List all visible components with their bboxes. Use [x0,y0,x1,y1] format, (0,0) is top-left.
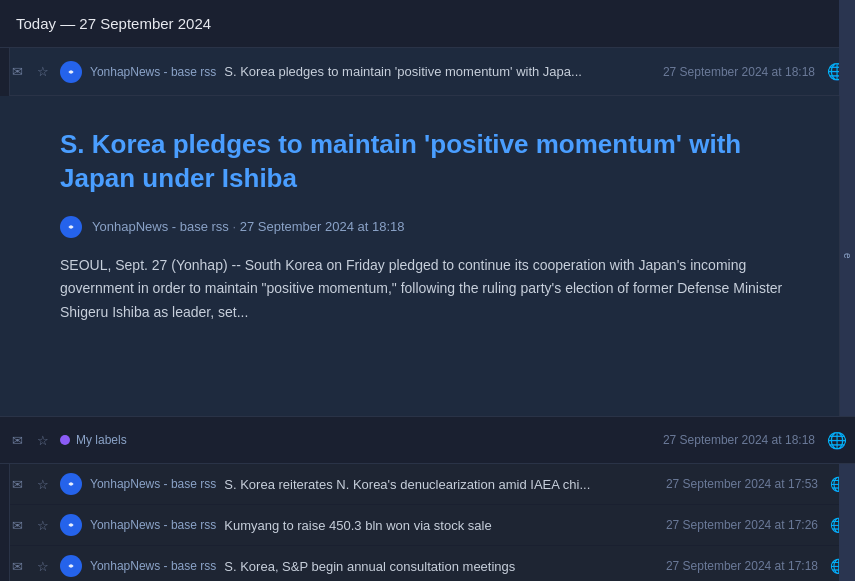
row1-source-icon [60,473,82,495]
article-footer: ✉ ☆ My labels 27 September 2024 at 18:18… [0,416,855,464]
footer-timestamp: 27 September 2024 at 18:18 [663,433,815,447]
top-article-title[interactable]: S. Korea pledges to maintain 'positive m… [224,64,655,79]
header-bar: Today — 27 September 2024 [0,0,855,48]
article-body: SEOUL, Sept. 27 (Yonhap) -- South Korea … [60,254,815,325]
table-row[interactable]: ✉ ☆ YonhapNews - base rss S. Korea reite… [0,464,855,505]
row2-star-icon[interactable]: ☆ [34,516,52,534]
row3-source-icon [60,555,82,577]
main-article: S. Korea pledges to maintain 'positive m… [0,96,855,416]
row1-star-icon[interactable]: ☆ [34,475,52,493]
page-title: Today — 27 September 2024 [16,15,211,32]
row2-source-icon [60,514,82,536]
top-article-timestamp: 27 September 2024 at 18:18 [663,65,815,79]
row1-source: YonhapNews - base rss [90,477,216,491]
labels-tag[interactable]: My labels [60,433,655,447]
row1-title[interactable]: S. Korea reiterates N. Korea's denuclear… [224,477,658,492]
labels-text: My labels [76,433,127,447]
table-row[interactable]: ✉ ☆ YonhapNews - base rss S. Korea, S&P … [0,546,855,581]
row2-title[interactable]: Kumyang to raise 450.3 bln won via stock… [224,518,658,533]
label-dot [60,435,70,445]
row3-envelope-icon[interactable]: ✉ [8,557,26,575]
table-row[interactable]: ✉ ☆ YonhapNews - base rss Kumyang to rai… [0,505,855,546]
right-panel-article-text: e [842,253,853,259]
read-status-icon[interactable]: ✉ [8,63,26,81]
news-list: ✉ ☆ YonhapNews - base rss S. Korea reite… [0,464,855,581]
row2-envelope-icon[interactable]: ✉ [8,516,26,534]
row3-star-icon[interactable]: ☆ [34,557,52,575]
row2-source: YonhapNews - base rss [90,518,216,532]
row3-source: YonhapNews - base rss [90,559,216,573]
footer-globe-icon[interactable]: 🌐 [827,431,847,450]
article-meta-source: YonhapNews - base rss · 27 September 202… [92,219,404,234]
top-article-row[interactable]: ✉ ☆ YonhapNews - base rss S. Korea pledg… [0,48,855,96]
source-icon [60,61,82,83]
row1-timestamp: 27 September 2024 at 17:53 [666,477,818,491]
row3-timestamp: 27 September 2024 at 17:18 [666,559,818,573]
footer-star-icon[interactable]: ☆ [34,431,52,449]
star-icon[interactable]: ☆ [34,63,52,81]
article-source-icon [60,216,82,238]
footer-envelope-icon[interactable]: ✉ [8,431,26,449]
row2-timestamp: 27 September 2024 at 17:26 [666,518,818,532]
right-panel-article: e [839,96,855,416]
row3-title[interactable]: S. Korea, S&P begin annual consultation … [224,559,658,574]
source-name: YonhapNews - base rss [90,65,216,79]
row1-envelope-icon[interactable]: ✉ [8,475,26,493]
article-meta: YonhapNews - base rss · 27 September 202… [60,216,815,238]
article-main-title: S. Korea pledges to maintain 'positive m… [60,128,815,196]
